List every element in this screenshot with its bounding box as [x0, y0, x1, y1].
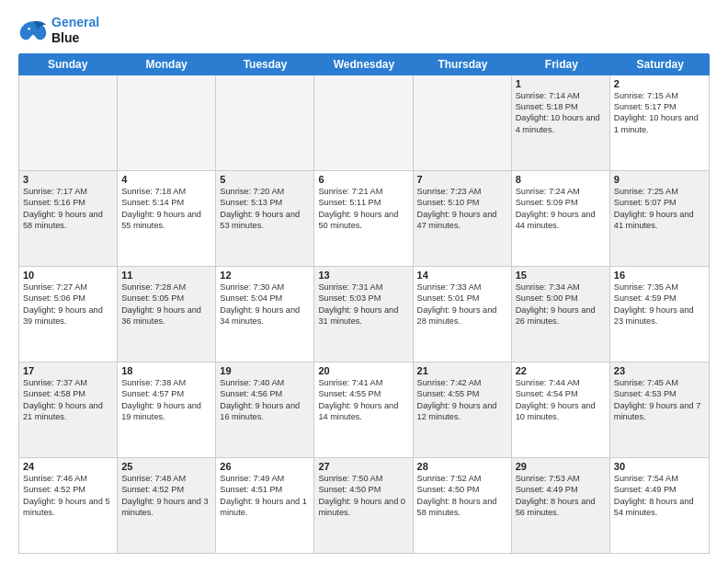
cell-info: Sunrise: 7:20 AM Sunset: 5:13 PM Dayligh…: [220, 186, 310, 232]
calendar-cell: [414, 75, 512, 170]
weekday-header: Sunday: [18, 53, 117, 75]
calendar-cell: 7Sunrise: 7:23 AM Sunset: 5:10 PM Daylig…: [414, 171, 512, 266]
calendar-cell: 20Sunrise: 7:41 AM Sunset: 4:55 PM Dayli…: [314, 362, 413, 457]
cell-info: Sunrise: 7:34 AM Sunset: 5:00 PM Dayligh…: [516, 282, 606, 327]
cell-info: Sunrise: 7:53 AM Sunset: 4:49 PM Dayligh…: [516, 473, 606, 519]
calendar-cell: 1Sunrise: 7:14 AM Sunset: 5:18 PM Daylig…: [512, 75, 610, 170]
calendar-header: SundayMondayTuesdayWednesdayThursdayFrid…: [18, 53, 710, 75]
logo-text: General Blue: [51, 15, 99, 46]
cell-info: Sunrise: 7:21 AM Sunset: 5:11 PM Dayligh…: [318, 186, 408, 232]
cell-info: Sunrise: 7:33 AM Sunset: 5:01 PM Dayligh…: [417, 282, 507, 327]
calendar-cell: 23Sunrise: 7:45 AM Sunset: 4:53 PM Dayli…: [610, 362, 709, 457]
cell-info: Sunrise: 7:35 AM Sunset: 4:59 PM Dayligh…: [614, 282, 705, 327]
cell-info: Sunrise: 7:18 AM Sunset: 5:14 PM Dayligh…: [121, 186, 211, 232]
calendar-cell: 19Sunrise: 7:40 AM Sunset: 4:56 PM Dayli…: [216, 362, 314, 457]
day-number: 2: [614, 78, 705, 89]
calendar-row: 3Sunrise: 7:17 AM Sunset: 5:16 PM Daylig…: [19, 171, 709, 267]
day-number: 15: [516, 270, 606, 281]
logo-icon: [18, 17, 48, 43]
weekday-header: Wednesday: [314, 53, 413, 75]
day-number: 28: [417, 461, 507, 472]
cell-info: Sunrise: 7:31 AM Sunset: 5:03 PM Dayligh…: [318, 282, 408, 327]
cell-info: Sunrise: 7:41 AM Sunset: 4:55 PM Dayligh…: [318, 377, 408, 423]
cell-info: Sunrise: 7:42 AM Sunset: 4:55 PM Dayligh…: [417, 377, 507, 423]
cell-info: Sunrise: 7:45 AM Sunset: 4:53 PM Dayligh…: [614, 377, 705, 423]
calendar-cell: [314, 75, 413, 170]
calendar-cell: 28Sunrise: 7:52 AM Sunset: 4:50 PM Dayli…: [414, 458, 512, 553]
cell-info: Sunrise: 7:17 AM Sunset: 5:16 PM Dayligh…: [23, 186, 113, 232]
day-number: 18: [121, 365, 211, 376]
day-number: 17: [23, 365, 113, 376]
calendar-cell: 2Sunrise: 7:15 AM Sunset: 5:17 PM Daylig…: [610, 75, 709, 170]
cell-info: Sunrise: 7:54 AM Sunset: 4:49 PM Dayligh…: [614, 473, 705, 519]
day-number: 21: [417, 365, 507, 376]
weekday-header: Tuesday: [216, 53, 314, 75]
day-number: 23: [614, 365, 705, 376]
cell-info: Sunrise: 7:40 AM Sunset: 4:56 PM Dayligh…: [220, 377, 310, 423]
calendar-cell: 17Sunrise: 7:37 AM Sunset: 4:58 PM Dayli…: [19, 362, 118, 457]
cell-info: Sunrise: 7:14 AM Sunset: 5:18 PM Dayligh…: [516, 90, 606, 136]
day-number: 22: [516, 365, 606, 376]
weekday-header: Monday: [117, 53, 215, 75]
weekday-header: Friday: [512, 53, 610, 75]
calendar-cell: 30Sunrise: 7:54 AM Sunset: 4:49 PM Dayli…: [610, 458, 709, 553]
svg-point-0: [28, 28, 30, 30]
cell-info: Sunrise: 7:23 AM Sunset: 5:10 PM Dayligh…: [417, 186, 507, 232]
calendar-cell: 11Sunrise: 7:28 AM Sunset: 5:05 PM Dayli…: [118, 267, 216, 362]
calendar-cell: 4Sunrise: 7:18 AM Sunset: 5:14 PM Daylig…: [118, 171, 216, 266]
day-number: 11: [121, 270, 211, 281]
day-number: 19: [220, 365, 310, 376]
calendar-row: 1Sunrise: 7:14 AM Sunset: 5:18 PM Daylig…: [19, 75, 709, 171]
calendar-cell: 9Sunrise: 7:25 AM Sunset: 5:07 PM Daylig…: [610, 171, 709, 266]
cell-info: Sunrise: 7:28 AM Sunset: 5:05 PM Dayligh…: [121, 282, 211, 327]
calendar-cell: 25Sunrise: 7:48 AM Sunset: 4:52 PM Dayli…: [118, 458, 216, 553]
day-number: 10: [23, 270, 113, 281]
cell-info: Sunrise: 7:49 AM Sunset: 4:51 PM Dayligh…: [220, 473, 310, 519]
day-number: 29: [516, 461, 606, 472]
cell-info: Sunrise: 7:15 AM Sunset: 5:17 PM Dayligh…: [614, 90, 705, 136]
calendar-cell: 8Sunrise: 7:24 AM Sunset: 5:09 PM Daylig…: [512, 171, 610, 266]
calendar-cell: 3Sunrise: 7:17 AM Sunset: 5:16 PM Daylig…: [19, 171, 118, 266]
calendar-cell: 26Sunrise: 7:49 AM Sunset: 4:51 PM Dayli…: [216, 458, 314, 553]
calendar-cell: 22Sunrise: 7:44 AM Sunset: 4:54 PM Dayli…: [512, 362, 610, 457]
day-number: 24: [23, 461, 113, 472]
calendar-cell: 15Sunrise: 7:34 AM Sunset: 5:00 PM Dayli…: [512, 267, 610, 362]
day-number: 5: [220, 174, 310, 185]
calendar-cell: 5Sunrise: 7:20 AM Sunset: 5:13 PM Daylig…: [216, 171, 314, 266]
day-number: 4: [121, 174, 211, 185]
weekday-header: Thursday: [414, 53, 512, 75]
cell-info: Sunrise: 7:27 AM Sunset: 5:06 PM Dayligh…: [23, 282, 113, 327]
day-number: 27: [318, 461, 408, 472]
calendar: SundayMondayTuesdayWednesdayThursdayFrid…: [18, 53, 710, 554]
page: General Blue SundayMondayTuesdayWednesda…: [0, 0, 728, 563]
cell-info: Sunrise: 7:44 AM Sunset: 4:54 PM Dayligh…: [516, 377, 606, 423]
calendar-cell: [19, 75, 118, 170]
day-number: 12: [220, 270, 310, 281]
calendar-cell: 6Sunrise: 7:21 AM Sunset: 5:11 PM Daylig…: [314, 171, 413, 266]
calendar-cell: 29Sunrise: 7:53 AM Sunset: 4:49 PM Dayli…: [512, 458, 610, 553]
cell-info: Sunrise: 7:50 AM Sunset: 4:50 PM Dayligh…: [318, 473, 408, 519]
calendar-cell: 14Sunrise: 7:33 AM Sunset: 5:01 PM Dayli…: [414, 267, 512, 362]
calendar-cell: 27Sunrise: 7:50 AM Sunset: 4:50 PM Dayli…: [314, 458, 413, 553]
cell-info: Sunrise: 7:25 AM Sunset: 5:07 PM Dayligh…: [614, 186, 705, 232]
calendar-row: 10Sunrise: 7:27 AM Sunset: 5:06 PM Dayli…: [19, 267, 709, 362]
calendar-cell: 12Sunrise: 7:30 AM Sunset: 5:04 PM Dayli…: [216, 267, 314, 362]
day-number: 30: [614, 461, 705, 472]
calendar-row: 24Sunrise: 7:46 AM Sunset: 4:52 PM Dayli…: [19, 458, 709, 553]
day-number: 7: [417, 174, 507, 185]
calendar-cell: 16Sunrise: 7:35 AM Sunset: 4:59 PM Dayli…: [610, 267, 709, 362]
day-number: 16: [614, 270, 705, 281]
cell-info: Sunrise: 7:46 AM Sunset: 4:52 PM Dayligh…: [23, 473, 113, 519]
day-number: 6: [318, 174, 408, 185]
day-number: 8: [516, 174, 606, 185]
cell-info: Sunrise: 7:24 AM Sunset: 5:09 PM Dayligh…: [516, 186, 606, 232]
calendar-cell: 18Sunrise: 7:38 AM Sunset: 4:57 PM Dayli…: [118, 362, 216, 457]
day-number: 3: [23, 174, 113, 185]
calendar-cell: [216, 75, 314, 170]
day-number: 9: [614, 174, 705, 185]
cell-info: Sunrise: 7:52 AM Sunset: 4:50 PM Dayligh…: [417, 473, 507, 519]
weekday-header: Saturday: [611, 53, 710, 75]
cell-info: Sunrise: 7:30 AM Sunset: 5:04 PM Dayligh…: [220, 282, 310, 327]
day-number: 26: [220, 461, 310, 472]
day-number: 1: [516, 78, 606, 89]
